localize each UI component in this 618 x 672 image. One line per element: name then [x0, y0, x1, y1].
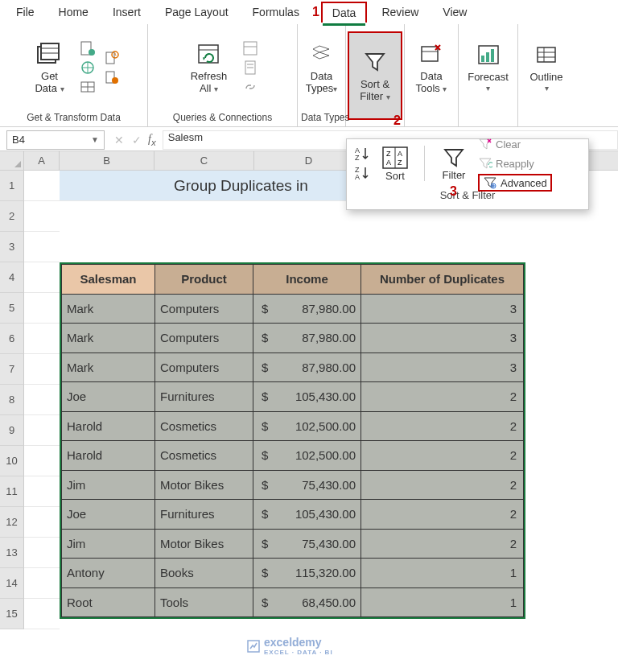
col-C[interactable]: C — [154, 151, 254, 170]
row-header[interactable]: 5 — [0, 293, 24, 324]
queries-icon[interactable] — [241, 39, 260, 58]
cell-dup[interactable]: 2 — [361, 470, 524, 500]
row-header[interactable]: 12 — [0, 507, 24, 538]
row-header[interactable]: 2 — [0, 201, 24, 232]
name-box-dropdown-icon[interactable]: ▼ — [91, 135, 99, 144]
cell-salesman[interactable]: Joe — [62, 500, 155, 530]
data-tools-button[interactable]: Data Tools ▾ — [410, 29, 453, 106]
cell-salesman[interactable]: Mark — [62, 324, 155, 353]
cell-salesman[interactable]: Jim — [62, 529, 155, 559]
row-header[interactable]: 11 — [0, 476, 24, 507]
properties-icon[interactable] — [241, 58, 260, 77]
cell-dup[interactable]: 3 — [361, 324, 524, 353]
cell-income[interactable]: $115,320.00 — [253, 559, 361, 588]
cell-salesman[interactable]: Harold — [62, 441, 155, 471]
row-header[interactable]: 10 — [0, 446, 24, 476]
edit-links-icon[interactable] — [241, 77, 260, 97]
menu-home[interactable]: Home — [49, 2, 98, 22]
menu-view[interactable]: View — [433, 2, 476, 22]
cell-product[interactable]: Computers — [155, 324, 253, 353]
table-row[interactable]: JimMotor Bikes$75,430.002 — [62, 529, 524, 559]
sort-filter-button[interactable]: Sort & Filter ▾ — [348, 31, 402, 120]
cell-dup[interactable]: 1 — [361, 587, 524, 617]
refresh-all-button[interactable]: Refresh All ▾ — [186, 29, 233, 106]
get-data-button[interactable]: Get Data ▾ — [27, 29, 73, 106]
menu-insert[interactable]: Insert — [103, 2, 150, 22]
select-all-corner[interactable] — [0, 151, 24, 170]
cell-product[interactable]: Computers — [155, 352, 253, 382]
table-row[interactable]: HaroldCosmetics$102,500.002 — [62, 441, 524, 471]
menu-page-layout[interactable]: Page Layout — [155, 2, 238, 22]
cell-salesman[interactable]: Harold — [62, 411, 155, 441]
cell-income[interactable]: $102,500.00 — [253, 441, 361, 471]
cell-income[interactable]: $75,430.00 — [253, 529, 361, 559]
row-header[interactable]: 15 — [0, 599, 24, 629]
table-row[interactable]: MarkComputers$87,980.003 — [62, 352, 524, 382]
table-row[interactable]: HaroldCosmetics$102,500.002 — [62, 411, 524, 441]
col-A[interactable]: A — [24, 151, 60, 170]
cell-dup[interactable]: 2 — [361, 411, 524, 441]
row-header[interactable]: 4 — [0, 262, 24, 293]
cell-product[interactable]: Furnitures — [155, 500, 253, 530]
cell-dup[interactable]: 2 — [361, 441, 524, 471]
cell-product[interactable]: Furnitures — [155, 382, 253, 412]
cell-income[interactable]: $87,980.00 — [253, 352, 361, 382]
table-row[interactable]: AntonyBooks$115,320.001 — [62, 559, 524, 588]
cell-product[interactable]: Motor Bikes — [155, 529, 253, 559]
table-row[interactable]: MarkComputers$87,980.003 — [62, 324, 524, 353]
row-header[interactable]: 8 — [0, 385, 24, 415]
cell-product[interactable]: Tools — [155, 587, 253, 617]
table-row[interactable]: JimMotor Bikes$75,430.002 — [62, 470, 524, 500]
cell-salesman[interactable]: Joe — [62, 382, 155, 412]
from-table-icon[interactable] — [78, 77, 97, 97]
cancel-icon[interactable]: ✕ — [114, 134, 124, 146]
sort-za-button[interactable]: ZA — [353, 165, 371, 181]
cell-income[interactable]: $105,430.00 — [253, 382, 361, 412]
name-box[interactable]: B4 ▼ — [6, 130, 105, 150]
cell-dup[interactable]: 1 — [361, 559, 524, 588]
cell-income[interactable]: $102,500.00 — [253, 411, 361, 441]
row-header[interactable]: 1 — [0, 171, 24, 201]
cell-salesman[interactable]: Mark — [62, 352, 155, 382]
row-header[interactable]: 7 — [0, 354, 24, 385]
menu-file[interactable]: File — [6, 2, 44, 22]
cell-product[interactable]: Books — [155, 559, 253, 588]
col-B[interactable]: B — [60, 151, 154, 170]
cell-dup[interactable]: 2 — [361, 500, 524, 530]
data-types-button[interactable]: Data Types▾ — [303, 29, 340, 106]
forecast-button[interactable]: Forecast ▾ — [465, 29, 512, 106]
cell-product[interactable]: Cosmetics — [155, 411, 253, 441]
from-text-icon[interactable] — [78, 39, 97, 58]
enter-icon[interactable]: ✓ — [132, 134, 142, 146]
row-header[interactable]: 13 — [0, 538, 24, 568]
from-web-icon[interactable] — [78, 58, 97, 77]
cell-salesman[interactable]: Jim — [62, 470, 155, 500]
cell-income[interactable]: $105,430.00 — [253, 500, 361, 530]
cell-salesman[interactable]: Root — [62, 587, 155, 617]
cell-income[interactable]: $75,430.00 — [253, 470, 361, 500]
table-row[interactable]: RootTools$68,450.001 — [62, 587, 524, 617]
cell-salesman[interactable]: Antony — [62, 559, 155, 588]
row-header[interactable]: 6 — [0, 324, 24, 354]
cell-dup[interactable]: 2 — [361, 382, 524, 412]
sort-az-button[interactable]: AZ — [353, 146, 371, 162]
row-header[interactable]: 3 — [0, 232, 24, 262]
menu-review[interactable]: Review — [372, 2, 428, 22]
recent-sources-icon[interactable] — [102, 48, 122, 68]
existing-conn-icon[interactable] — [102, 68, 122, 87]
cell-product[interactable]: Computers — [155, 294, 253, 324]
menu-data[interactable]: Data — [321, 2, 368, 23]
cell-income[interactable]: $87,980.00 — [253, 324, 361, 353]
row-header[interactable]: 14 — [0, 568, 24, 599]
outline-button[interactable]: Outline ▾ — [523, 29, 570, 106]
cell-product[interactable]: Motor Bikes — [155, 470, 253, 500]
data-table[interactable]: Salesman Product Income Number of Duplic… — [60, 262, 525, 619]
cell-income[interactable]: $68,450.00 — [253, 587, 361, 617]
menu-formulas[interactable]: Formulas — [243, 2, 309, 22]
fx-icon[interactable]: fx — [148, 133, 156, 147]
filter-button[interactable]: Filter — [435, 146, 473, 181]
cell-income[interactable]: $87,980.00 — [253, 294, 361, 324]
cell-product[interactable]: Cosmetics — [155, 441, 253, 471]
cell-salesman[interactable]: Mark — [62, 294, 155, 324]
cell-dup[interactable]: 2 — [361, 529, 524, 559]
